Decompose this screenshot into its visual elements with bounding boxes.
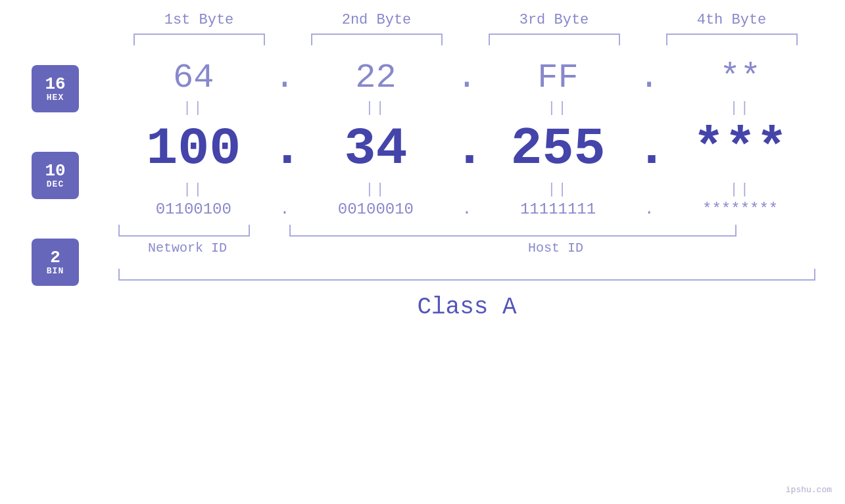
badges-column: 16 HEX 10 DEC 2 BIN (32, 65, 79, 321)
bracket-bottom-host (289, 225, 736, 237)
hex-dot-2: . (454, 58, 480, 97)
hex-value-4: ** (719, 58, 760, 97)
bracket-top-2 (311, 34, 443, 45)
dec-badge: 10 DEC (32, 152, 79, 199)
sep1-b1: || (121, 100, 266, 116)
sep2-b4: || (668, 181, 813, 198)
sep1-b2: || (303, 100, 448, 116)
bin-cell-4: ******** (668, 200, 813, 218)
main-container: 1st Byte 2nd Byte 3rd Byte 4th Byte 16 H… (0, 0, 845, 504)
bracket-top-1 (133, 34, 265, 45)
hex-value-2: 22 (355, 58, 396, 97)
dec-cell-1: 100 (121, 119, 266, 179)
sep1-b3: || (486, 100, 631, 116)
byte2-header: 2nd Byte (304, 12, 449, 28)
separator-row-2: || || || || (118, 181, 815, 198)
top-brackets (110, 34, 821, 45)
dec-cell-3: 255 (486, 119, 631, 179)
rows-wrapper: 16 HEX 10 DEC 2 BIN 64 . (0, 45, 845, 321)
id-labels: Network ID Host ID (118, 241, 815, 256)
hex-dot-1: . (272, 58, 298, 97)
network-id-label: Network ID (118, 241, 256, 256)
byte4-header: 4th Byte (660, 12, 804, 28)
bin-value-3: 11111111 (520, 200, 596, 218)
bin-badge: 2 BIN (32, 239, 79, 286)
dec-cell-2: 34 (303, 119, 448, 179)
hex-value-1: 64 (173, 58, 214, 97)
hex-cell-1: 64 (121, 58, 266, 97)
bin-badge-label: BIN (47, 266, 64, 276)
hex-row: 64 . 22 . FF . ** (118, 58, 815, 97)
dec-dot-3: . (636, 119, 662, 179)
bin-cell-2: 00100010 (303, 200, 448, 218)
class-label-container: Class A (118, 287, 815, 321)
dec-value-1: 100 (146, 119, 241, 179)
bin-value-4: ******** (702, 200, 778, 218)
sep2-b1: || (121, 181, 266, 198)
bin-cell-3: 11111111 (486, 200, 631, 218)
dec-value-2: 34 (344, 119, 407, 179)
dec-badge-label: DEC (47, 179, 64, 189)
hex-cell-2: 22 (303, 58, 448, 97)
full-bottom-bracket (118, 269, 815, 281)
byte3-header: 3rd Byte (482, 12, 627, 28)
bin-value-1: 01100100 (156, 200, 231, 218)
bracket-bottom-network (118, 225, 250, 237)
bin-dot-2: . (454, 200, 480, 218)
rows-area: 64 . 22 . FF . ** (118, 45, 845, 321)
dec-dot-2: . (454, 119, 480, 179)
bin-row: 01100100 . 00100010 . 11111111 . (118, 200, 815, 218)
hex-badge-number: 16 (45, 76, 65, 93)
bin-value-2: 00100010 (338, 200, 414, 218)
sep2-b2: || (303, 181, 448, 198)
dec-badge-number: 10 (45, 162, 65, 179)
bottom-brackets-container (118, 225, 815, 237)
class-a-label: Class A (417, 294, 516, 321)
bin-dot-3: . (636, 200, 662, 218)
bracket-top-4 (666, 34, 798, 45)
full-bracket-container (118, 263, 815, 281)
separator-row-1: || || || || (118, 100, 815, 116)
sep1-b4: || (668, 100, 813, 116)
hex-cell-4: ** (668, 58, 813, 97)
byte-headers: 1st Byte 2nd Byte 3rd Byte 4th Byte (110, 0, 821, 28)
hex-dot-3: . (636, 58, 662, 97)
dec-row: 100 . 34 . 255 . *** (118, 119, 815, 179)
bin-badge-number: 2 (50, 249, 60, 266)
hex-badge: 16 HEX (32, 65, 79, 112)
hex-cell-3: FF (486, 58, 631, 97)
bin-dot-1: . (272, 200, 298, 218)
dec-value-4: *** (693, 119, 788, 179)
host-id-label: Host ID (296, 241, 815, 256)
bracket-top-3 (489, 34, 620, 45)
byte1-header: 1st Byte (127, 12, 272, 28)
dec-dot-1: . (272, 119, 298, 179)
hex-value-3: FF (537, 58, 578, 97)
dec-value-3: 255 (511, 119, 606, 179)
bin-cell-1: 01100100 (121, 200, 266, 218)
sep2-b3: || (486, 181, 631, 198)
hex-badge-label: HEX (47, 93, 64, 103)
dec-cell-4: *** (668, 119, 813, 179)
watermark: ipshu.com (786, 485, 832, 495)
